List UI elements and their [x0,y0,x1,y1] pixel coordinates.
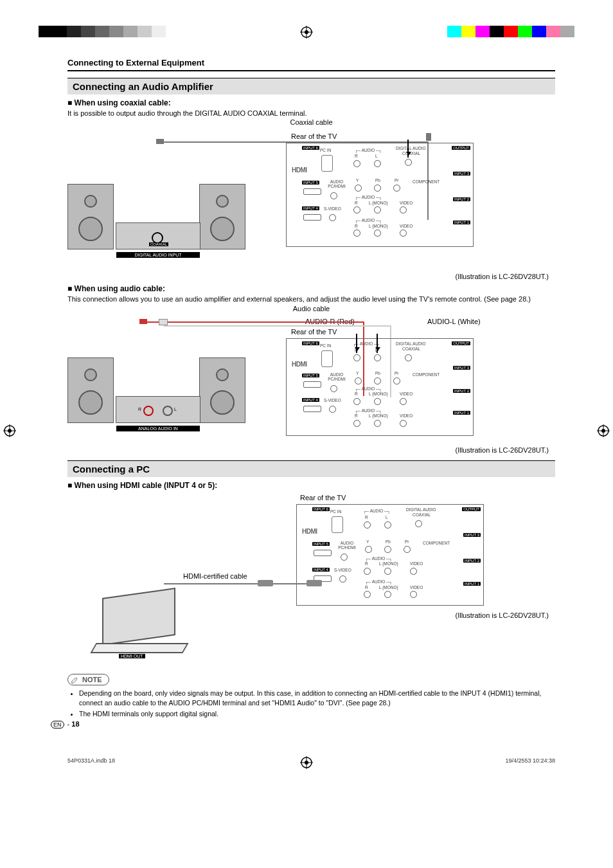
label-coaxial-cable: Coaxial cable [67,118,555,126]
cable-plug-icon [426,133,431,141]
note-callout: NOTE [67,674,109,685]
label-rear-of-tv: Rear of the TV [300,494,346,502]
subhead-hdmi-pc: When using HDMI cable (INPUT 4 or 5): [67,481,555,490]
hdmi-logo-icon: HDMI [302,528,317,535]
amp-l-label: L [174,407,177,411]
illustration-note: (Illustration is LC-26DV28UT.) [67,446,549,454]
color-calibration-bar [447,26,574,37]
cable-plug-white-icon [159,319,168,325]
footer-datetime: 19/4/2553 10:24:38 [505,757,555,764]
hdmi-plug-icon [306,580,322,586]
label-audio-cable: Audio cable [67,305,555,312]
amp-r-label: R [138,407,141,411]
arrow-down-icon [407,140,409,158]
laptop-hdmi-out-label: HDMI OUT [119,654,145,658]
amp-coaxial-label: COAXIAL [149,242,168,246]
hdmi-logo-icon: HDMI [292,361,307,368]
text-coaxial-desc: It is possible to output audio through t… [67,109,555,118]
footer-filename: 54P0331A.indb 18 [67,757,115,764]
laptop-illustration: HDMI OUT [93,593,183,651]
subhead-audio-cable: When using audio cable: [67,284,555,293]
diagram-coaxial: COAXIAL DIGITAL AUDIO INPUT Rear of the … [67,132,555,267]
speaker-left-illustration [67,357,114,423]
divider [67,70,555,71]
note-label: NOTE [82,676,102,683]
note-list: Depending on the board, only video signa… [79,689,555,719]
tv-rear-panel-illustration: INPUT 6 PC IN ┌─ AUDIO ─┐ R L DIGITAL AU… [296,504,484,606]
hdmi-plug-icon [258,580,273,586]
label-audio-l: AUDIO-L (White) [427,318,481,325]
page-section-title: Connecting to External Equipment [67,58,555,68]
label-rear-of-tv: Rear of the TV [291,132,337,140]
page-number: EN - 18 [51,720,80,728]
illustration-note: (Illustration is LC-26DV28UT.) [456,611,549,619]
hdmi-cable-line [164,583,312,584]
print-registration-top [19,26,594,45]
speaker-left-illustration [67,184,114,249]
note-item: Depending on the board, only video signa… [79,689,555,708]
diagram-audio-cable: R L ANALOG AUDIO IN AUDIO-R (Red) AUDIO-… [67,319,555,441]
tv-rear-panel-illustration: INPUT 6 PC IN ┌─ AUDIO ─┐ R L DIGITAL AU… [286,143,474,247]
label-hdmi-cable: HDMI-certified cable [183,572,247,580]
amplifier-illustration: R L ANALOG AUDIO IN [116,396,200,423]
diagram-pc-hdmi: Rear of the TV INPUT 6 PC IN ┌─ AUDIO ─┐… [67,496,555,664]
amp-input-label: DIGITAL AUDIO INPUT [116,252,200,258]
heading-connecting-pc: Connecting a PC [67,460,555,477]
arrow-down-icon [377,334,378,353]
subhead-coaxial: When using coaxial cable: [67,98,555,107]
tv-rear-panel-illustration: INPUT 6 PC IN ┌─ AUDIO ─┐ R L DIGITAL AU… [286,338,474,436]
registration-mark-left-icon [3,424,16,439]
pencil-icon [71,675,80,684]
hdmi-logo-icon: HDMI [292,167,307,174]
registration-mark-right-icon [597,424,610,439]
amp-analog-label: ANALOG AUDIO IN [116,426,200,431]
illustration-note: (Illustration is LC-26DV28UT.) [67,273,549,280]
grayscale-calibration-bar [39,26,166,37]
heading-audio-amp: Connecting an Audio Amplifier [67,78,555,95]
amplifier-illustration: COAXIAL DIGITAL AUDIO INPUT [116,222,200,249]
text-audio-cable-desc: This connection allows you to use an aud… [67,294,555,304]
note-item: The HDMI terminals only support digital … [79,709,555,719]
registration-mark-icon [300,26,313,41]
page-lang-badge: EN [51,721,64,728]
page-content: Connecting to External Equipment Connect… [67,58,555,719]
arrow-down-icon [356,334,357,353]
cable-plug-red-icon [139,319,147,324]
